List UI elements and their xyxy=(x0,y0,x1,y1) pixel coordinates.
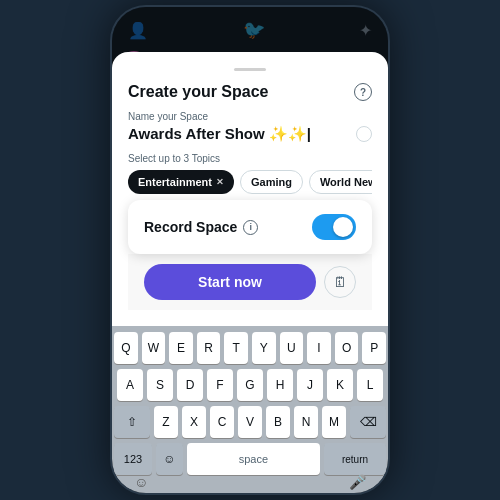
record-space-label: Record Space xyxy=(144,219,237,235)
radio-button[interactable] xyxy=(356,126,372,142)
topic-chip-gaming[interactable]: Gaming xyxy=(240,170,303,194)
space-name-input[interactable]: Awards After Show ✨✨| xyxy=(128,125,372,143)
key-b[interactable]: B xyxy=(266,406,290,438)
help-symbol: ? xyxy=(360,87,366,98)
key-t[interactable]: T xyxy=(224,332,248,364)
sheet-handle xyxy=(234,68,266,71)
topic-chip-entertainment[interactable]: Entertainment ✕ xyxy=(128,170,234,194)
key-q[interactable]: Q xyxy=(114,332,138,364)
key-k[interactable]: K xyxy=(327,369,353,401)
return-key[interactable]: return xyxy=(324,443,386,475)
schedule-icon[interactable]: 🗓 xyxy=(324,266,356,298)
key-m[interactable]: M xyxy=(322,406,346,438)
start-now-button[interactable]: Start now xyxy=(144,264,316,300)
space-name-value: Awards After Show ✨✨| xyxy=(128,125,311,143)
keyboard-row-2: A S D F G H J K L xyxy=(114,369,386,401)
key-p[interactable]: P xyxy=(362,332,386,364)
keyboard-row-1: Q W E R T Y U I O P xyxy=(114,332,386,364)
key-g[interactable]: G xyxy=(237,369,263,401)
key-l[interactable]: L xyxy=(357,369,383,401)
topic-label-worldnews: World News xyxy=(320,176,372,188)
key-s[interactable]: S xyxy=(147,369,173,401)
key-y[interactable]: Y xyxy=(252,332,276,364)
sheet-title: Create your Space xyxy=(128,83,269,101)
delete-key[interactable]: ⌫ xyxy=(350,406,386,438)
topic-label-gaming: Gaming xyxy=(251,176,292,188)
topics-row: Entertainment ✕ Gaming World News xyxy=(128,170,372,194)
key-c[interactable]: C xyxy=(210,406,234,438)
key-w[interactable]: W xyxy=(142,332,166,364)
key-f[interactable]: F xyxy=(207,369,233,401)
phone-frame: 👤 🐦 ✦ Bert @rodrisurfer · 1h does one si… xyxy=(110,5,390,495)
key-z[interactable]: Z xyxy=(154,406,178,438)
record-space-row: Record Space i xyxy=(128,200,372,254)
space-key[interactable]: space xyxy=(187,443,320,475)
key-o[interactable]: O xyxy=(335,332,359,364)
keyboard: Q W E R T Y U I O P A S D F G H J K L xyxy=(112,326,388,493)
topic-label-entertainment: Entertainment xyxy=(138,176,212,188)
key-v[interactable]: V xyxy=(238,406,262,438)
key-x[interactable]: X xyxy=(182,406,206,438)
help-icon[interactable]: ? xyxy=(354,83,372,101)
key-n[interactable]: N xyxy=(294,406,318,438)
key-d[interactable]: D xyxy=(177,369,203,401)
key-a[interactable]: A xyxy=(117,369,143,401)
key-e[interactable]: E xyxy=(169,332,193,364)
keyboard-row-3: ⇧ Z X C V B N M ⌫ xyxy=(114,406,386,438)
keyboard-row-bottom: 123 ☺ space return xyxy=(114,443,386,475)
key-j[interactable]: J xyxy=(297,369,323,401)
key-u[interactable]: U xyxy=(280,332,304,364)
record-space-left: Record Space i xyxy=(144,219,258,235)
keyboard-bottom-bar: ☺ 🎤 xyxy=(114,475,386,489)
emoji-key[interactable]: ☺ xyxy=(156,443,183,475)
remove-topic-icon[interactable]: ✕ xyxy=(216,177,224,187)
record-space-toggle[interactable] xyxy=(312,214,356,240)
emoji-bottom-icon[interactable]: ☺ xyxy=(134,474,148,490)
key-r[interactable]: R xyxy=(197,332,221,364)
name-label: Name your Space xyxy=(128,111,372,122)
create-space-sheet: Create your Space ? Name your Space Awar… xyxy=(112,52,388,326)
sheet-header: Create your Space ? xyxy=(128,83,372,101)
info-icon[interactable]: i xyxy=(243,220,258,235)
info-symbol: i xyxy=(250,222,253,232)
key-i[interactable]: I xyxy=(307,332,331,364)
topic-chip-worldnews[interactable]: World News xyxy=(309,170,372,194)
shift-key[interactable]: ⇧ xyxy=(114,406,150,438)
numbers-key[interactable]: 123 xyxy=(114,443,152,475)
modal-overlay: Create your Space ? Name your Space Awar… xyxy=(112,7,388,493)
mic-bottom-icon[interactable]: 🎤 xyxy=(349,474,366,490)
key-h[interactable]: H xyxy=(267,369,293,401)
start-now-container: Start now 🗓 xyxy=(128,254,372,310)
toggle-knob xyxy=(333,217,353,237)
topics-label: Select up to 3 Topics xyxy=(128,153,372,164)
